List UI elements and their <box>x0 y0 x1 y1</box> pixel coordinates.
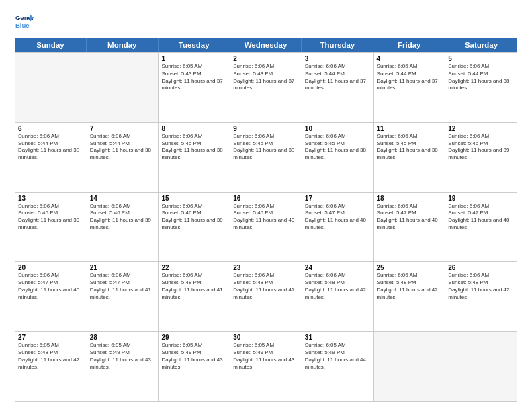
table-row: 25Sunrise: 6:06 AMSunset: 5:48 PMDayligh… <box>374 262 446 331</box>
day-number: 22 <box>161 264 227 271</box>
cell-info: Sunrise: 6:06 AMSunset: 5:48 PMDaylight:… <box>377 272 443 301</box>
day-number: 3 <box>305 55 371 62</box>
table-row: 9Sunrise: 6:06 AMSunset: 5:45 PMDaylight… <box>230 123 302 192</box>
day-number: 23 <box>233 264 299 271</box>
cell-info: Sunrise: 6:06 AMSunset: 5:46 PMDaylight:… <box>448 133 515 162</box>
day-header-sunday: Sunday <box>15 38 87 52</box>
cell-info: Sunrise: 6:06 AMSunset: 5:46 PMDaylight:… <box>233 203 299 232</box>
day-number: 31 <box>305 334 371 341</box>
table-row: 14Sunrise: 6:06 AMSunset: 5:46 PMDayligh… <box>87 193 159 262</box>
table-row: 17Sunrise: 6:06 AMSunset: 5:47 PMDayligh… <box>302 193 374 262</box>
day-number: 18 <box>377 195 443 202</box>
day-number: 30 <box>233 334 299 341</box>
table-row: 5Sunrise: 6:06 AMSunset: 5:44 PMDaylight… <box>445 53 517 122</box>
table-row: 12Sunrise: 6:06 AMSunset: 5:46 PMDayligh… <box>445 123 517 192</box>
day-header-wednesday: Wednesday <box>230 38 302 52</box>
day-number: 11 <box>377 125 443 132</box>
table-row: 6Sunrise: 6:06 AMSunset: 5:44 PMDaylight… <box>15 123 87 192</box>
week-row-1: 1Sunrise: 6:05 AMSunset: 5:43 PMDaylight… <box>15 52 517 122</box>
day-number: 8 <box>161 125 227 132</box>
day-number: 20 <box>18 264 84 271</box>
table-row: 15Sunrise: 6:06 AMSunset: 5:46 PMDayligh… <box>159 193 230 262</box>
logo-icon: General Blue <box>15 12 34 31</box>
cell-info: Sunrise: 6:06 AMSunset: 5:45 PMDaylight:… <box>377 133 443 162</box>
table-row: 13Sunrise: 6:06 AMSunset: 5:46 PMDayligh… <box>15 193 87 262</box>
table-row: 26Sunrise: 6:06 AMSunset: 5:48 PMDayligh… <box>445 262 517 331</box>
table-row: 23Sunrise: 6:06 AMSunset: 5:48 PMDayligh… <box>230 262 302 331</box>
table-row: 1Sunrise: 6:05 AMSunset: 5:43 PMDaylight… <box>159 53 230 122</box>
week-row-4: 20Sunrise: 6:06 AMSunset: 5:47 PMDayligh… <box>15 261 517 331</box>
week-row-3: 13Sunrise: 6:06 AMSunset: 5:46 PMDayligh… <box>15 192 517 262</box>
day-number: 21 <box>90 264 156 271</box>
table-row: 28Sunrise: 6:05 AMSunset: 5:49 PMDayligh… <box>87 332 159 401</box>
week-row-2: 6Sunrise: 6:06 AMSunset: 5:44 PMDaylight… <box>15 122 517 192</box>
table-row: 4Sunrise: 6:06 AMSunset: 5:44 PMDaylight… <box>374 53 446 122</box>
day-header-thursday: Thursday <box>302 38 373 52</box>
cell-info: Sunrise: 6:06 AMSunset: 5:47 PMDaylight:… <box>448 203 515 232</box>
day-number: 13 <box>18 195 84 202</box>
cell-info: Sunrise: 6:06 AMSunset: 5:46 PMDaylight:… <box>90 203 156 232</box>
table-row: 11Sunrise: 6:06 AMSunset: 5:45 PMDayligh… <box>374 123 446 192</box>
table-row: 10Sunrise: 6:06 AMSunset: 5:45 PMDayligh… <box>302 123 374 192</box>
cell-info: Sunrise: 6:06 AMSunset: 5:44 PMDaylight:… <box>18 133 84 162</box>
cell-info: Sunrise: 6:06 AMSunset: 5:47 PMDaylight:… <box>305 203 371 232</box>
day-number: 17 <box>305 195 371 202</box>
calendar: SundayMondayTuesdayWednesdayThursdayFrid… <box>15 38 517 402</box>
cell-info: Sunrise: 6:05 AMSunset: 5:43 PMDaylight:… <box>161 63 227 92</box>
day-number: 15 <box>161 195 227 202</box>
day-number: 19 <box>448 195 515 202</box>
svg-text:Blue: Blue <box>15 21 30 29</box>
cell-info: Sunrise: 6:06 AMSunset: 5:48 PMDaylight:… <box>233 272 299 301</box>
day-number: 27 <box>18 334 84 341</box>
calendar-header: SundayMondayTuesdayWednesdayThursdayFrid… <box>15 38 517 52</box>
day-header-friday: Friday <box>373 38 445 52</box>
table-row: 22Sunrise: 6:06 AMSunset: 5:48 PMDayligh… <box>159 262 230 331</box>
table-row <box>15 53 87 122</box>
table-row: 29Sunrise: 6:05 AMSunset: 5:49 PMDayligh… <box>159 332 230 401</box>
day-number: 9 <box>233 125 299 132</box>
table-row: 3Sunrise: 6:06 AMSunset: 5:44 PMDaylight… <box>302 53 374 122</box>
table-row: 27Sunrise: 6:05 AMSunset: 5:48 PMDayligh… <box>15 332 87 401</box>
cell-info: Sunrise: 6:06 AMSunset: 5:48 PMDaylight:… <box>448 272 515 301</box>
cell-info: Sunrise: 6:05 AMSunset: 5:48 PMDaylight:… <box>18 342 84 371</box>
cell-info: Sunrise: 6:06 AMSunset: 5:44 PMDaylight:… <box>377 63 443 92</box>
table-row: 20Sunrise: 6:06 AMSunset: 5:47 PMDayligh… <box>15 262 87 331</box>
table-row <box>87 53 159 122</box>
table-row: 30Sunrise: 6:05 AMSunset: 5:49 PMDayligh… <box>230 332 302 401</box>
week-row-5: 27Sunrise: 6:05 AMSunset: 5:48 PMDayligh… <box>15 331 517 401</box>
header: General Blue <box>15 12 517 31</box>
table-row: 24Sunrise: 6:06 AMSunset: 5:48 PMDayligh… <box>302 262 374 331</box>
table-row: 16Sunrise: 6:06 AMSunset: 5:46 PMDayligh… <box>230 193 302 262</box>
day-number: 10 <box>305 125 371 132</box>
cell-info: Sunrise: 6:06 AMSunset: 5:47 PMDaylight:… <box>18 272 84 301</box>
cell-info: Sunrise: 6:06 AMSunset: 5:48 PMDaylight:… <box>305 272 371 301</box>
cell-info: Sunrise: 6:06 AMSunset: 5:44 PMDaylight:… <box>448 63 515 92</box>
table-row: 8Sunrise: 6:06 AMSunset: 5:45 PMDaylight… <box>159 123 230 192</box>
day-number: 28 <box>90 334 156 341</box>
day-number: 6 <box>18 125 84 132</box>
table-row: 31Sunrise: 6:05 AMSunset: 5:49 PMDayligh… <box>302 332 374 401</box>
page: General Blue SundayMondayTuesdayWednesda… <box>0 0 532 411</box>
table-row: 7Sunrise: 6:06 AMSunset: 5:44 PMDaylight… <box>87 123 159 192</box>
cell-info: Sunrise: 6:06 AMSunset: 5:44 PMDaylight:… <box>90 133 156 162</box>
cell-info: Sunrise: 6:06 AMSunset: 5:43 PMDaylight:… <box>233 63 299 92</box>
day-number: 24 <box>305 264 371 271</box>
day-number: 26 <box>448 264 515 271</box>
table-row: 21Sunrise: 6:06 AMSunset: 5:47 PMDayligh… <box>87 262 159 331</box>
day-number: 5 <box>448 55 515 62</box>
day-number: 14 <box>90 195 156 202</box>
table-row <box>374 332 446 401</box>
table-row: 18Sunrise: 6:06 AMSunset: 5:47 PMDayligh… <box>374 193 446 262</box>
day-number: 16 <box>233 195 299 202</box>
day-number: 7 <box>90 125 156 132</box>
table-row <box>445 332 517 401</box>
day-header-monday: Monday <box>87 38 159 52</box>
cell-info: Sunrise: 6:05 AMSunset: 5:49 PMDaylight:… <box>90 342 156 371</box>
cell-info: Sunrise: 6:06 AMSunset: 5:47 PMDaylight:… <box>377 203 443 232</box>
cell-info: Sunrise: 6:05 AMSunset: 5:49 PMDaylight:… <box>305 342 371 371</box>
cell-info: Sunrise: 6:05 AMSunset: 5:49 PMDaylight:… <box>161 342 227 371</box>
calendar-body: 1Sunrise: 6:05 AMSunset: 5:43 PMDaylight… <box>15 52 517 402</box>
day-number: 4 <box>377 55 443 62</box>
cell-info: Sunrise: 6:06 AMSunset: 5:44 PMDaylight:… <box>305 63 371 92</box>
day-number: 29 <box>161 334 227 341</box>
